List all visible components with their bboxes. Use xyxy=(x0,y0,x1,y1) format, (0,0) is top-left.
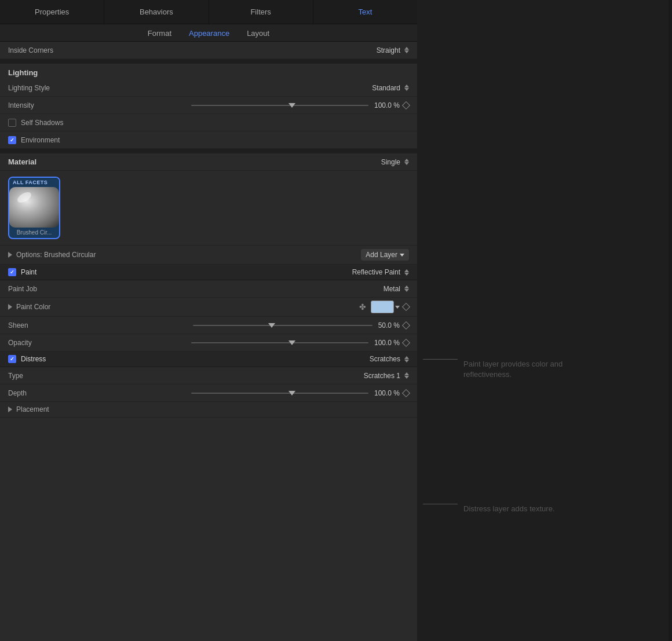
paint-job-label: Paint Job xyxy=(8,285,384,293)
paint-color-label: Paint Color xyxy=(16,303,359,311)
sheen-row: Sheen 50.0 % xyxy=(0,317,417,334)
divider-1 xyxy=(0,59,417,64)
distress-callout-text: Distress layer adds texture. xyxy=(463,504,555,514)
depth-row: Depth 100.0 % xyxy=(0,384,417,402)
paint-callout-text: Paint layer provides color and reflectiv… xyxy=(463,359,579,380)
lighting-section-header: Lighting xyxy=(0,64,417,79)
self-shadows-label: Self Shadows xyxy=(21,119,409,127)
paint-color-keyframe[interactable] xyxy=(402,303,410,311)
placement-label: Placement xyxy=(16,405,409,413)
intensity-row: Intensity 100.0 % xyxy=(0,97,417,114)
material-header-label: Material xyxy=(8,157,381,166)
lighting-style-stepper[interactable] xyxy=(404,85,409,91)
opacity-slider[interactable] xyxy=(191,342,368,343)
placement-expand-icon[interactable] xyxy=(8,406,12,412)
opacity-row: Opacity 100.0 % xyxy=(0,334,417,351)
intensity-slider[interactable] xyxy=(191,105,368,106)
inside-corners-value[interactable]: Straight xyxy=(377,46,409,54)
tab-filters[interactable]: Filters xyxy=(209,0,313,24)
sheen-label: Sheen xyxy=(8,321,187,329)
eyedropper-icon[interactable]: ✤ xyxy=(359,302,366,312)
distress-type-value[interactable]: Scratches 1 xyxy=(364,372,409,380)
lighting-style-value[interactable]: Standard xyxy=(372,84,409,92)
placement-row: Placement xyxy=(0,402,417,417)
distress-layer-value[interactable]: Scratches xyxy=(370,355,409,363)
self-shadows-row: Self Shadows xyxy=(0,114,417,131)
divider-2 xyxy=(0,149,417,153)
paint-layer-title: Paint xyxy=(21,268,352,276)
sub-tab-format[interactable]: Format xyxy=(148,29,171,38)
sub-tab-layout[interactable]: Layout xyxy=(247,29,269,38)
paint-callout-line xyxy=(423,359,458,360)
options-expand-icon[interactable] xyxy=(8,252,12,258)
lighting-style-label: Lighting Style xyxy=(8,84,372,92)
tab-properties[interactable]: Properties xyxy=(0,0,104,24)
sheen-slider[interactable] xyxy=(193,325,372,326)
options-label: Options: Brushed Circular xyxy=(16,251,361,259)
self-shadows-checkbox[interactable] xyxy=(8,119,16,127)
paint-color-swatch[interactable] xyxy=(371,301,394,313)
distress-type-row: Type Scratches 1 xyxy=(0,367,417,384)
intensity-label: Intensity xyxy=(8,101,185,109)
depth-thumb[interactable] xyxy=(288,391,295,395)
depth-slider[interactable] xyxy=(191,393,368,394)
paint-checkbox[interactable] xyxy=(8,268,16,276)
opacity-label: Opacity xyxy=(8,339,185,347)
material-tag: ALL FACETS xyxy=(9,178,59,187)
distress-layer-stepper[interactable] xyxy=(404,356,409,362)
material-header-row: Material Single xyxy=(0,153,417,171)
material-thumbnail xyxy=(9,187,59,228)
intensity-thumb[interactable] xyxy=(288,103,295,108)
material-stepper[interactable] xyxy=(404,159,409,165)
paint-color-expand-icon[interactable] xyxy=(8,304,12,310)
depth-label: Depth xyxy=(8,389,185,397)
tab-behaviors[interactable]: Behaviors xyxy=(104,0,209,24)
sheen-keyframe[interactable] xyxy=(402,321,410,329)
paint-layer-value[interactable]: Reflective Paint xyxy=(352,268,409,276)
annotation-area: Paint layer provides color and reflectiv… xyxy=(417,0,672,641)
tab-text[interactable]: Text xyxy=(313,0,417,24)
environment-label: Environment xyxy=(21,136,409,144)
inside-corners-label: Inside Corners xyxy=(8,46,377,54)
paint-job-value[interactable]: Metal xyxy=(384,285,409,293)
inside-corners-stepper[interactable] xyxy=(404,47,409,53)
paint-layer-header: Paint Reflective Paint xyxy=(0,265,417,280)
material-name: Brushed Cir... xyxy=(9,228,59,238)
environment-checkbox[interactable] xyxy=(8,136,16,144)
paint-layer-stepper[interactable] xyxy=(404,269,409,276)
distress-layer-title: Distress xyxy=(21,355,370,363)
add-layer-button[interactable]: Add Layer xyxy=(361,249,409,261)
material-grid: ALL FACETS Brushed Cir... xyxy=(0,171,417,246)
options-row: Options: Brushed Circular Add Layer xyxy=(0,246,417,265)
distress-checkbox[interactable] xyxy=(8,355,16,363)
depth-value: 100.0 % xyxy=(374,389,400,397)
intensity-keyframe[interactable] xyxy=(402,101,410,109)
material-item-brushed[interactable]: ALL FACETS Brushed Cir... xyxy=(8,177,60,239)
paint-color-row: Paint Color ✤ xyxy=(0,298,417,317)
sub-tab-appearance[interactable]: Appearance xyxy=(189,29,229,38)
sub-tab-bar: Format Appearance Layout xyxy=(0,24,417,42)
distress-layer-header: Distress Scratches xyxy=(0,351,417,367)
distress-type-stepper[interactable] xyxy=(404,372,409,379)
sheen-thumb[interactable] xyxy=(268,323,275,328)
swatch-chevron[interactable] xyxy=(395,306,400,309)
opacity-keyframe[interactable] xyxy=(402,338,410,346)
top-tab-bar: Properties Behaviors Filters Text xyxy=(0,0,417,24)
add-layer-chevron xyxy=(400,254,404,257)
paint-job-stepper[interactable] xyxy=(404,285,409,292)
properties-panel: Properties Behaviors Filters Text Format… xyxy=(0,0,417,641)
panel-content: Inside Corners Straight Lighting Lightin… xyxy=(0,42,417,641)
opacity-value: 100.0 % xyxy=(374,339,400,347)
inside-corners-row: Inside Corners Straight xyxy=(0,42,417,59)
paint-annotation: Paint layer provides color and reflectiv… xyxy=(423,359,579,380)
distress-callout-line xyxy=(423,504,458,504)
intensity-value: 100.0 % xyxy=(374,101,400,109)
sheen-value: 50.0 % xyxy=(378,321,400,329)
environment-row: Environment xyxy=(0,131,417,149)
material-value[interactable]: Single xyxy=(381,158,409,166)
distress-annotation: Distress layer adds texture. xyxy=(423,504,555,514)
paint-job-row: Paint Job Metal xyxy=(0,280,417,298)
opacity-thumb[interactable] xyxy=(288,340,295,345)
lighting-style-row: Lighting Style Standard xyxy=(0,79,417,97)
depth-keyframe[interactable] xyxy=(402,389,410,397)
